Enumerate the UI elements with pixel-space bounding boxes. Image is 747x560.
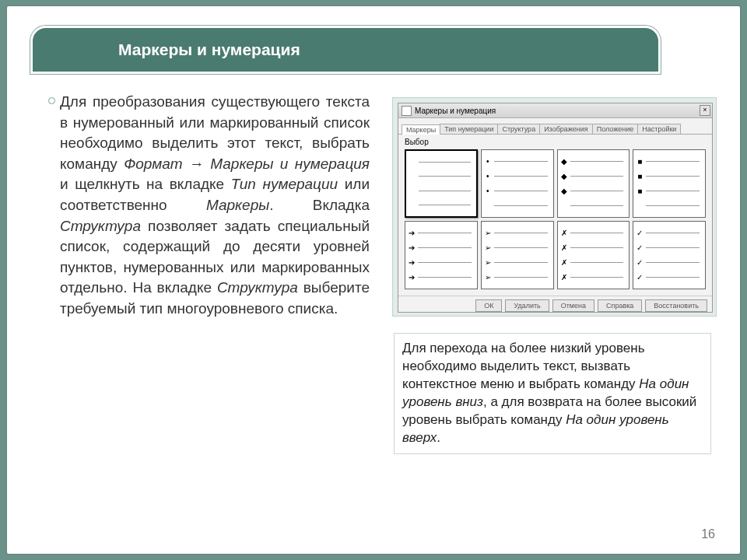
n5: . xyxy=(437,430,440,445)
t10: Структура xyxy=(217,279,298,296)
side-note: Для перехода на более низкий уровень нео… xyxy=(394,333,711,454)
delete-button[interactable]: Удалить xyxy=(505,299,549,312)
section-label: Выбор xyxy=(405,138,706,146)
t6: Маркеры xyxy=(206,197,269,213)
t3: и щелкнуть на вкладке xyxy=(60,176,231,192)
slide-title: Маркеры и нумерация xyxy=(118,40,300,59)
page-number: 16 xyxy=(701,527,715,541)
restore-button[interactable]: Восстановить xyxy=(645,299,707,312)
tab-structure[interactable]: Структура xyxy=(497,124,540,134)
dialog-tabs: Маркеры Тип нумерации Структура Изображе… xyxy=(398,118,712,135)
dialog-body: Выбор • • • ◆ xyxy=(398,135,712,292)
t8: Структура xyxy=(60,218,141,234)
tab-images[interactable]: Изображения xyxy=(539,124,593,134)
tab-position[interactable]: Положение xyxy=(592,124,639,134)
marker-triangle[interactable]: ➢ ➢ ➢ ➢ xyxy=(481,221,554,289)
bullet-icon xyxy=(48,97,55,104)
dialog-buttons: ОК Удалить Отмена Справка Восстановить xyxy=(398,296,712,315)
help-button[interactable]: Справка xyxy=(598,299,642,312)
tab-markers[interactable]: Маркеры xyxy=(402,124,440,135)
title-shape: Маркеры и нумерация xyxy=(30,26,661,74)
marker-none[interactable] xyxy=(405,149,478,218)
cancel-button[interactable]: Отмена xyxy=(552,299,594,312)
t4: Тип нумерации xyxy=(231,176,338,192)
dialog-icon xyxy=(402,106,412,116)
marker-check[interactable]: ✓ ✓ ✓ ✓ xyxy=(633,221,706,289)
dialog-window: Маркеры и нумерация × Маркеры Тип нумера… xyxy=(398,103,713,313)
marker-grid: • • • ◆ ◆ ◆ ■ ■ ■ xyxy=(405,149,706,289)
tab-numbering-type[interactable]: Тип нумерации xyxy=(440,124,498,134)
body-text: Для преобразования существующего текста … xyxy=(60,92,370,320)
dialog-title: Маркеры и нумерация xyxy=(415,107,496,115)
t7: . Вкладка xyxy=(269,197,370,213)
marker-arrow[interactable]: ➔ ➔ ➔ ➔ xyxy=(405,221,478,289)
slide: Маркеры и нумерация Для преобразования с… xyxy=(7,6,740,554)
n1: Для перехода на более низкий уровень нео… xyxy=(402,341,645,391)
ok-button[interactable]: ОК xyxy=(475,299,502,312)
close-icon[interactable]: × xyxy=(700,105,710,116)
dialog-titlebar: Маркеры и нумерация × xyxy=(398,103,712,118)
marker-x[interactable]: ✗ ✗ ✗ ✗ xyxy=(557,221,630,289)
tab-settings[interactable]: Настройки xyxy=(637,124,681,134)
marker-bullet[interactable]: • • • xyxy=(481,149,554,218)
dialog-screenshot: Маркеры и нумерация × Маркеры Тип нумера… xyxy=(392,97,717,317)
marker-square[interactable]: ■ ■ ■ xyxy=(633,149,706,218)
marker-diamond[interactable]: ◆ ◆ ◆ xyxy=(557,149,630,218)
t2: Формат → Маркеры и нумерация xyxy=(124,156,370,172)
